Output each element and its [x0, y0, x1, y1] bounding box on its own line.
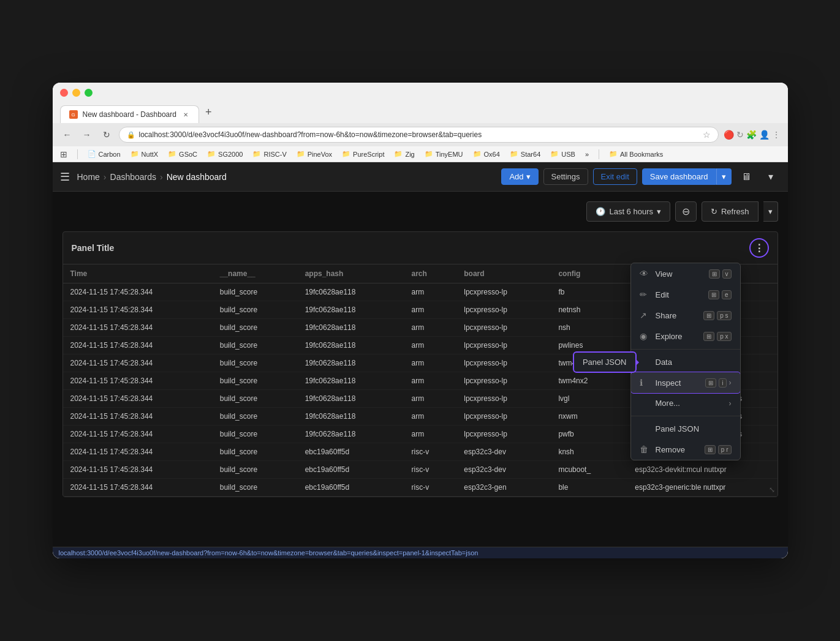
menu-item-edit[interactable]: ✏ Edit ⊞ e	[631, 284, 740, 305]
table-cell-4-2: 19fc0628ae118	[298, 354, 404, 372]
settings-button[interactable]: Settings	[543, 168, 588, 185]
menu-view-label: View	[656, 269, 673, 279]
time-controls: 🕐 Last 6 hours ▾ ⊖ ↻ Refresh ▾	[62, 201, 778, 222]
zoom-out-icon: ⊖	[682, 206, 690, 217]
bookmark-star64[interactable]: 📁 Star64	[507, 149, 543, 159]
bookmark-risc-v[interactable]: 📁 RISC-V	[250, 149, 289, 159]
bookmark-nuttx[interactable]: 📁 NuttX	[128, 149, 161, 159]
menu-item-share[interactable]: ↗ Share ⊞ p s	[631, 305, 740, 326]
table-cell-1-4: lpcxpresso-lp	[456, 301, 551, 319]
bookmark-sg2000[interactable]: 📁 SG2000	[205, 149, 245, 159]
time-range-button[interactable]: 🕐 Last 6 hours ▾	[586, 201, 670, 222]
table-cell-10-2: ebc19a60ff5d	[298, 461, 404, 479]
table-cell-8-3: arm	[404, 425, 456, 443]
refresh-button[interactable]: ↻ Refresh	[702, 201, 759, 222]
maximize-button[interactable]	[85, 89, 93, 97]
table-cell-9-5: knsh	[551, 443, 627, 461]
bookmark-star-icon[interactable]: ☆	[703, 130, 711, 140]
inspect-icon: ℹ	[640, 378, 649, 388]
breadcrumb-section[interactable]: Dashboards	[110, 172, 157, 182]
refresh-dropdown[interactable]: ▾	[763, 201, 778, 222]
bookmark-pinevox[interactable]: 📁 PineVox	[294, 149, 335, 159]
browser-tab-active[interactable]: G New dashboard - Dashboard ✕	[60, 105, 199, 123]
table-cell-11-0: 2024-11-15 17:45:28.344	[63, 479, 213, 497]
menu-separator-1	[631, 349, 740, 350]
panel-json-callout-label: Panel JSON	[583, 358, 627, 367]
tab-close-button[interactable]: ✕	[181, 110, 190, 119]
bookmark-tinyemu[interactable]: 📁 TinyEMU	[422, 149, 466, 159]
minimize-button[interactable]	[72, 89, 80, 97]
new-tab-button[interactable]: +	[199, 102, 218, 123]
col-config: config	[551, 264, 627, 283]
table-cell-9-4: esp32c3-dev	[456, 443, 551, 461]
menu-item-view[interactable]: 👁 View ⊞ v	[631, 263, 740, 284]
save-dashboard-button[interactable]: Save dashboard	[642, 168, 716, 185]
resize-handle[interactable]: ⤡	[769, 485, 775, 494]
table-cell-4-0: 2024-11-15 17:45:28.344	[63, 354, 213, 372]
back-button[interactable]: ←	[60, 127, 75, 142]
table-cell-8-1: build_score	[213, 425, 298, 443]
status-url: localhost:3000/d/ee3vocf4i3uo0f/new-dash…	[59, 549, 479, 557]
col-apps-hash: apps_hash	[298, 264, 404, 283]
table-cell-9-0: 2024-11-15 17:45:28.344	[63, 443, 213, 461]
extension-icon[interactable]: 🔴	[724, 130, 734, 140]
table-cell-5-1: build_score	[213, 372, 298, 390]
breadcrumb-home[interactable]: Home	[77, 172, 100, 182]
menu-item-remove[interactable]: 🗑 Remove ⊞ p r	[631, 439, 740, 460]
panel: Panel Title ⋮ 👁 View ⊞ v	[62, 231, 778, 497]
chevron-down-icon: ▾	[768, 171, 773, 182]
bookmarks-separator-2	[599, 149, 599, 159]
chevron-down-icon: ▾	[657, 207, 661, 216]
table-cell-9-1: build_score	[213, 443, 298, 461]
explore-shortcut: ⊞ p x	[703, 332, 731, 341]
menu-item-data[interactable]: Data	[631, 352, 740, 372]
table-cell-11-1: build_score	[213, 479, 298, 497]
profile-icon[interactable]: 👤	[759, 130, 770, 140]
table-cell-8-4: lpcxpresso-lp	[456, 425, 551, 443]
table-cell-6-2: 19fc0628ae118	[298, 390, 404, 408]
table-cell-5-0: 2024-11-15 17:45:28.344	[63, 372, 213, 390]
zoom-out-button[interactable]: ⊖	[675, 201, 697, 222]
bookmarks-more[interactable]: »	[583, 149, 591, 159]
bookmark-ox64[interactable]: 📁 Ox64	[471, 149, 502, 159]
puzzle-icon[interactable]: 🧩	[746, 130, 757, 140]
bookmark-carbon[interactable]: 📄 Carbon	[85, 149, 123, 159]
tv-mode-button[interactable]: 🖥	[736, 167, 756, 187]
table-cell-11-6: esp32c3-generic:ble nuttxpr	[627, 479, 777, 497]
table-cell-10-0: 2024-11-15 17:45:28.344	[63, 461, 213, 479]
url-bar[interactable]: 🔒 localhost:3000/d/ee3vocf4i3uo0f/new-da…	[119, 127, 719, 143]
address-bar-right: 🔴 ↻ 🧩 👤 ⋮	[724, 130, 781, 140]
exit-edit-button[interactable]: Exit edit	[593, 168, 637, 185]
table-cell-10-4: esp32c3-dev	[456, 461, 551, 479]
all-bookmarks[interactable]: 📁 All Bookmarks	[607, 149, 665, 159]
save-dashboard-dropdown[interactable]: ▾	[716, 168, 732, 185]
menu-item-inspect[interactable]: ℹ Inspect ⊞ i ›	[631, 372, 740, 393]
forward-button[interactable]: →	[80, 127, 94, 142]
menu-item-more[interactable]: More... ›	[631, 393, 740, 413]
table-cell-10-3: risc-v	[404, 461, 456, 479]
bookmark-usb[interactable]: 📁 USB	[548, 149, 578, 159]
close-button[interactable]	[60, 89, 68, 97]
table-cell-3-1: build_score	[213, 337, 298, 354]
collapse-button[interactable]: ▾	[761, 167, 781, 187]
hamburger-menu-button[interactable]: ☰	[60, 170, 70, 184]
reload-button[interactable]: ↻	[99, 127, 114, 142]
dashboard-area: 🕐 Last 6 hours ▾ ⊖ ↻ Refresh ▾ Panel Tit…	[53, 192, 788, 547]
add-button[interactable]: Add ▾	[501, 168, 538, 185]
time-range-label: Last 6 hours	[609, 207, 653, 216]
bookmark-purescript[interactable]: 📁 PureScript	[339, 149, 387, 159]
refresh-ext-icon[interactable]: ↻	[736, 130, 744, 140]
table-cell-0-1: build_score	[213, 283, 298, 301]
bookmark-zig[interactable]: 📁 Zig	[392, 149, 417, 159]
table-cell-1-0: 2024-11-15 17:45:28.344	[63, 301, 213, 319]
panel-menu-button[interactable]: ⋮	[749, 238, 769, 258]
table-row: 2024-11-15 17:45:28.344build_scoreebc19a…	[63, 479, 778, 497]
view-shortcut: ⊞ v	[709, 269, 732, 279]
menu-separator-2	[631, 416, 740, 416]
bookmark-gsoc[interactable]: 📁 GSoC	[165, 149, 200, 159]
menu-item-explore[interactable]: ◉ Explore ⊞ p x	[631, 326, 740, 347]
menu-edit-label: Edit	[656, 290, 669, 299]
more-options-icon[interactable]: ⋮	[772, 130, 781, 140]
apps-grid-icon[interactable]: ⊞	[60, 149, 67, 159]
menu-item-panel-json[interactable]: Panel JSON	[631, 419, 740, 439]
